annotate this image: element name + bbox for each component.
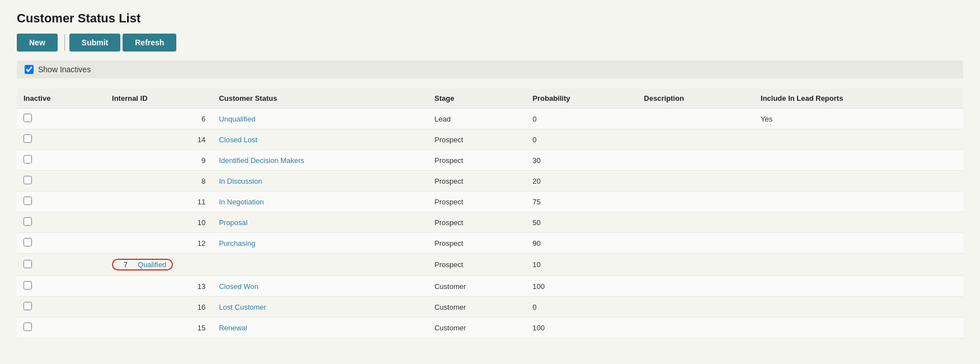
inactive-checkbox[interactable] <box>24 114 32 122</box>
inactive-cell <box>17 233 105 254</box>
stage-cell: Prospect <box>428 192 526 212</box>
customer-status-link[interactable]: Renewal <box>219 324 247 332</box>
inactive-cell <box>17 212 105 233</box>
inactive-checkbox[interactable] <box>24 302 32 310</box>
include-lead-reports-cell <box>754 297 963 318</box>
internal-id-cell: 8 <box>105 171 212 192</box>
customer-status-link[interactable]: Closed Lost <box>219 136 257 144</box>
probability-cell: 90 <box>526 233 637 254</box>
customer-status-cell: Lost Customer <box>212 297 428 318</box>
page-container: Customer Status List New Submit Refresh … <box>0 0 980 349</box>
description-cell <box>637 109 754 129</box>
customer-status-cell: Closed Won <box>212 276 428 297</box>
customer-status-link[interactable]: In Negotiation <box>219 198 264 206</box>
customer-status-link[interactable]: Purchasing <box>219 239 255 248</box>
table-row: 13Closed WonCustomer100 <box>17 276 963 297</box>
customer-status-link[interactable]: Closed Won <box>219 282 259 291</box>
customer-status-link[interactable]: Lost Customer <box>219 303 266 311</box>
inactive-cell <box>17 276 105 297</box>
table-header: Inactive Internal ID Customer Status Sta… <box>17 88 963 109</box>
description-cell <box>637 254 754 276</box>
stage-cell: Lead <box>428 109 526 129</box>
stage-cell: Prospect <box>428 129 526 150</box>
customer-status-link[interactable]: In Discussion <box>219 177 262 185</box>
customer-status-cell: In Negotiation <box>212 192 428 212</box>
inactive-checkbox[interactable] <box>24 155 32 164</box>
internal-id-cell: 12 <box>105 233 212 254</box>
inactive-cell <box>17 129 105 150</box>
description-cell <box>637 150 754 171</box>
inactive-checkbox[interactable] <box>24 238 32 246</box>
description-cell <box>637 233 754 254</box>
include-lead-reports-cell <box>754 192 963 212</box>
table-row: 15RenewalCustomer100 <box>17 318 963 338</box>
customer-status-table: Inactive Internal ID Customer Status Sta… <box>17 88 963 338</box>
internal-id-cell: 10 <box>105 212 212 233</box>
probability-cell: 0 <box>526 129 637 150</box>
customer-status-cell: Proposal <box>212 212 428 233</box>
description-cell <box>637 297 754 318</box>
col-header-description: Description <box>637 88 754 109</box>
customer-status-cell: Renewal <box>212 318 428 338</box>
show-inactives-label[interactable]: Show Inactives <box>38 65 91 74</box>
customer-status-link[interactable]: Unqualified <box>219 115 255 123</box>
customer-status-link[interactable]: Proposal <box>219 218 247 227</box>
inactive-cell <box>17 171 105 192</box>
stage-cell: Prospect <box>428 150 526 171</box>
internal-id-cell: 16 <box>105 297 212 318</box>
qualified-status-link[interactable]: Qualified <box>138 260 166 269</box>
probability-cell: 0 <box>526 297 637 318</box>
probability-cell: 0 <box>526 109 637 129</box>
table-body: 6UnqualifiedLead0Yes14Closed LostProspec… <box>17 109 963 338</box>
table-row: 7QualifiedProspect10 <box>17 254 963 276</box>
table-row: 16Lost CustomerCustomer0 <box>17 297 963 318</box>
inactive-cell <box>17 150 105 171</box>
inactive-checkbox[interactable] <box>24 217 32 226</box>
include-lead-reports-cell <box>754 276 963 297</box>
page-title: Customer Status List <box>17 11 963 26</box>
customer-status-cell: Unqualified <box>212 109 428 129</box>
description-cell <box>637 212 754 233</box>
inactive-checkbox[interactable] <box>24 260 32 268</box>
table-row: 14Closed LostProspect0 <box>17 129 963 150</box>
inactive-checkbox[interactable] <box>24 281 32 290</box>
customer-status-cell: Identified Decision Makers <box>212 150 428 171</box>
description-cell <box>637 192 754 212</box>
customer-status-cell: Closed Lost <box>212 129 428 150</box>
probability-cell: 50 <box>526 212 637 233</box>
refresh-button[interactable]: Refresh <box>123 34 176 52</box>
new-button[interactable]: New <box>17 34 58 52</box>
qualified-id: 7 <box>118 260 128 269</box>
show-inactives-checkbox[interactable] <box>25 65 34 74</box>
stage-cell: Prospect <box>428 254 526 276</box>
submit-button[interactable]: Submit <box>69 34 120 52</box>
inactive-checkbox[interactable] <box>24 176 32 184</box>
show-inactives-bar: Show Inactives <box>17 60 963 78</box>
internal-id-cell: 9 <box>105 150 212 171</box>
internal-id-cell: 14 <box>105 129 212 150</box>
table-row: 9Identified Decision MakersProspect30 <box>17 150 963 171</box>
internal-id-cell: 11 <box>105 192 212 212</box>
inactive-checkbox[interactable] <box>24 323 32 331</box>
stage-cell: Prospect <box>428 171 526 192</box>
inactive-checkbox[interactable] <box>24 134 32 143</box>
col-header-probability: Probability <box>526 88 637 109</box>
description-cell <box>637 318 754 338</box>
stage-cell: Prospect <box>428 212 526 233</box>
description-cell <box>637 129 754 150</box>
probability-cell: 30 <box>526 150 637 171</box>
include-lead-reports-cell <box>754 129 963 150</box>
stage-cell: Customer <box>428 276 526 297</box>
probability-cell: 100 <box>526 276 637 297</box>
include-lead-reports-cell <box>754 171 963 192</box>
customer-status-link[interactable]: Identified Decision Makers <box>219 156 304 165</box>
table-row: 11In NegotiationProspect75 <box>17 192 963 212</box>
description-cell <box>637 171 754 192</box>
inactive-checkbox[interactable] <box>24 197 32 205</box>
inactive-cell <box>17 254 105 276</box>
toolbar-divider <box>64 34 65 51</box>
col-header-inactive: Inactive <box>17 88 105 109</box>
stage-cell: Customer <box>428 297 526 318</box>
probability-cell: 100 <box>526 318 637 338</box>
col-header-stage: Stage <box>428 88 526 109</box>
